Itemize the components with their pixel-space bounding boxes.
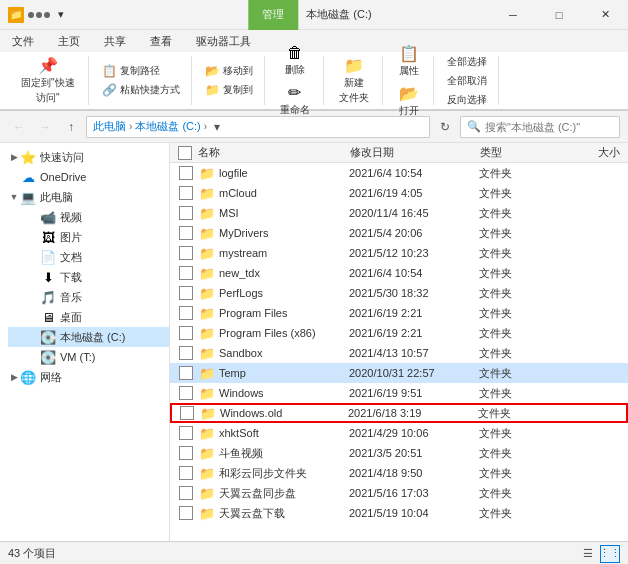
paste-shortcut-button[interactable]: 🔗 粘贴快捷方式	[97, 81, 185, 99]
row-checkbox-7[interactable]	[179, 306, 193, 320]
row-check-12[interactable]	[180, 406, 200, 420]
tab-home[interactable]: 主页	[46, 30, 92, 52]
minimize-button[interactable]: ─	[490, 0, 536, 30]
rename-button[interactable]: ✏ 重命名	[273, 80, 317, 120]
sidebar-item-documents[interactable]: ▶ 📄 文档	[8, 247, 169, 267]
close-button[interactable]: ✕	[582, 0, 628, 30]
table-row[interactable]: 📁 Program Files (x86) 2021/6/19 2:21 文件夹	[170, 323, 628, 343]
table-row[interactable]: 📁 Windows.old 2021/6/18 3:19 文件夹	[170, 403, 628, 423]
sidebar-item-thispc[interactable]: ▼ 💻 此电脑	[0, 187, 169, 207]
row-checkbox-8[interactable]	[179, 326, 193, 340]
row-checkbox-17[interactable]	[179, 506, 193, 520]
table-row[interactable]: 📁 Program Files 2021/6/19 2:21 文件夹	[170, 303, 628, 323]
sidebar-item-network[interactable]: ▶ 🌐 网络	[0, 367, 169, 387]
details-view-button[interactable]: ⋮⋮	[600, 545, 620, 563]
sidebar-item-videos[interactable]: ▶ 📹 视频	[8, 207, 169, 227]
path-part-drive[interactable]: 本地磁盘 (C:)	[135, 119, 200, 134]
delete-button[interactable]: 🗑 删除	[277, 41, 313, 80]
search-box[interactable]: 🔍	[460, 116, 620, 138]
invert-selection-button[interactable]: 反向选择	[442, 91, 492, 109]
tab-view[interactable]: 查看	[138, 30, 184, 52]
table-row[interactable]: 📁 和彩云同步文件夹 2021/4/18 9:50 文件夹	[170, 463, 628, 483]
row-checkbox-16[interactable]	[179, 486, 193, 500]
toolbar-expand-arrow[interactable]: ▾	[58, 8, 64, 21]
row-checkbox-0[interactable]	[179, 166, 193, 180]
select-all-checkbox[interactable]	[178, 146, 192, 160]
row-checkbox-10[interactable]	[179, 366, 193, 380]
table-row[interactable]: 📁 天翼云盘下载 2021/5/19 10:04 文件夹	[170, 503, 628, 523]
row-checkbox-11[interactable]	[179, 386, 193, 400]
back-button[interactable]: ←	[8, 116, 30, 138]
sidebar-item-quickaccess[interactable]: ▶ ⭐ 快速访问	[0, 147, 169, 167]
refresh-button[interactable]: ↻	[434, 116, 456, 138]
path-expand-button[interactable]: ▾	[210, 120, 224, 134]
sidebar-item-downloads[interactable]: ▶ ⬇ 下载	[8, 267, 169, 287]
sidebar-item-pictures[interactable]: ▶ 🖼 图片	[8, 227, 169, 247]
path-part-computer[interactable]: 此电脑	[93, 119, 126, 134]
forward-button[interactable]: →	[34, 116, 56, 138]
header-type[interactable]: 类型	[480, 145, 560, 160]
row-check-16[interactable]	[179, 486, 199, 500]
select-all-button[interactable]: 全部选择	[442, 53, 492, 71]
search-input[interactable]	[485, 121, 613, 133]
table-row[interactable]: 📁 logfile 2021/6/4 10:54 文件夹	[170, 163, 628, 183]
row-check-9[interactable]	[179, 346, 199, 360]
row-check-10[interactable]	[179, 366, 199, 380]
row-check-2[interactable]	[179, 206, 199, 220]
row-check-8[interactable]	[179, 326, 199, 340]
header-name[interactable]: 名称	[198, 145, 350, 160]
pin-to-quickaccess-button[interactable]: 📌 固定到"快速 访问"	[14, 53, 82, 108]
header-date[interactable]: 修改日期	[350, 145, 480, 160]
properties-button[interactable]: 📋 属性	[391, 41, 427, 81]
list-view-button[interactable]: ☰	[578, 545, 598, 563]
select-none-button[interactable]: 全部取消	[442, 72, 492, 90]
row-checkbox-1[interactable]	[179, 186, 193, 200]
tab-drive-tools[interactable]: 驱动器工具	[184, 30, 263, 52]
sidebar-item-onedrive[interactable]: ▶ ☁ OneDrive	[0, 167, 169, 187]
table-row[interactable]: 📁 Sandbox 2021/4/13 10:57 文件夹	[170, 343, 628, 363]
sidebar-item-music[interactable]: ▶ 🎵 音乐	[8, 287, 169, 307]
sidebar-item-desktop[interactable]: ▶ 🖥 桌面	[8, 307, 169, 327]
table-row[interactable]: 📁 斗鱼视频 2021/3/5 20:51 文件夹	[170, 443, 628, 463]
address-path[interactable]: 此电脑 › 本地磁盘 (C:) › ▾	[86, 116, 430, 138]
tab-share[interactable]: 共享	[92, 30, 138, 52]
row-check-15[interactable]	[179, 466, 199, 480]
copy-to-button[interactable]: 📁 复制到	[200, 81, 258, 99]
row-checkbox-9[interactable]	[179, 346, 193, 360]
tab-file[interactable]: 文件	[0, 30, 46, 52]
row-check-13[interactable]	[179, 426, 199, 440]
new-folder-button[interactable]: 📁 新建 文件夹	[332, 53, 376, 108]
table-row[interactable]: 📁 天翼云盘同步盘 2021/5/16 17:03 文件夹	[170, 483, 628, 503]
row-check-0[interactable]	[179, 166, 199, 180]
table-row[interactable]: 📁 Temp 2020/10/31 22:57 文件夹	[170, 363, 628, 383]
table-row[interactable]: 📁 mystream 2021/5/12 10:23 文件夹	[170, 243, 628, 263]
table-row[interactable]: 📁 Windows 2021/6/19 9:51 文件夹	[170, 383, 628, 403]
row-check-17[interactable]	[179, 506, 199, 520]
row-checkbox-12[interactable]	[180, 406, 194, 420]
row-check-7[interactable]	[179, 306, 199, 320]
manage-tab[interactable]: 管理	[248, 0, 298, 30]
table-row[interactable]: 📁 mCloud 2021/6/19 4:05 文件夹	[170, 183, 628, 203]
row-checkbox-5[interactable]	[179, 266, 193, 280]
row-checkbox-4[interactable]	[179, 246, 193, 260]
header-size[interactable]: 大小	[560, 145, 620, 160]
table-row[interactable]: 📁 MSI 2020/11/4 16:45 文件夹	[170, 203, 628, 223]
row-check-14[interactable]	[179, 446, 199, 460]
move-to-button[interactable]: 📂 移动到	[200, 62, 258, 80]
row-check-4[interactable]	[179, 246, 199, 260]
row-checkbox-14[interactable]	[179, 446, 193, 460]
copy-path-button[interactable]: 📋 复制路径	[97, 62, 185, 80]
open-button[interactable]: 📂 打开	[391, 81, 427, 121]
row-check-6[interactable]	[179, 286, 199, 300]
row-check-3[interactable]	[179, 226, 199, 240]
header-check[interactable]	[178, 146, 198, 160]
table-row[interactable]: 📁 MyDrivers 2021/5/4 20:06 文件夹	[170, 223, 628, 243]
table-row[interactable]: 📁 PerfLogs 2021/5/30 18:32 文件夹	[170, 283, 628, 303]
sidebar-item-cdrive[interactable]: ▶ 💽 本地磁盘 (C:)	[8, 327, 169, 347]
row-check-1[interactable]	[179, 186, 199, 200]
row-checkbox-2[interactable]	[179, 206, 193, 220]
table-row[interactable]: 📁 new_tdx 2021/6/4 10:54 文件夹	[170, 263, 628, 283]
maximize-button[interactable]: □	[536, 0, 582, 30]
row-check-5[interactable]	[179, 266, 199, 280]
sidebar-item-tdrive[interactable]: ▶ 💽 VM (T:)	[8, 347, 169, 367]
